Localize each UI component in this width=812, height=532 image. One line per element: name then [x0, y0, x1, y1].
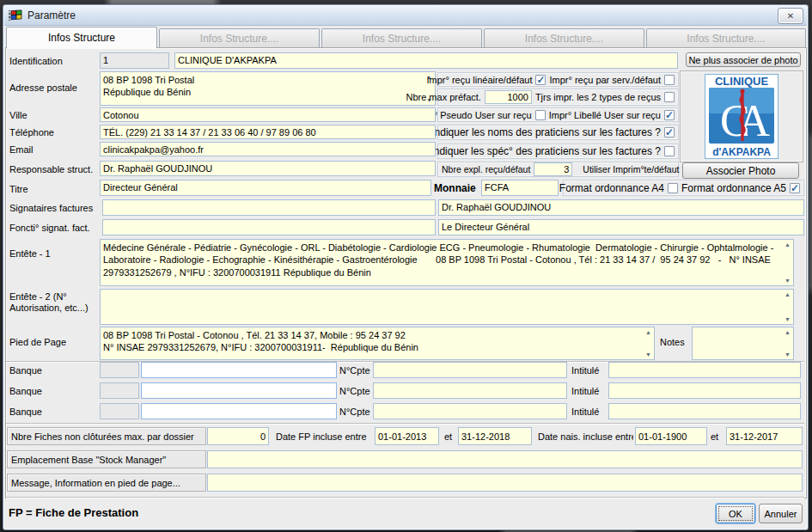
scroll-down-icon[interactable]: ▼ — [785, 278, 791, 284]
notes-label: Notes — [660, 337, 685, 348]
datefp-label-box: Date FP incluse entre — [272, 427, 374, 445]
monnaie-field[interactable]: FCFA — [481, 180, 559, 196]
scroll-up-icon[interactable]: ▲ — [645, 329, 651, 335]
banque-intitule-1[interactable] — [608, 362, 801, 378]
email-field[interactable]: clinicakpakpa@yahoo.fr — [100, 142, 436, 156]
banque-label-3: Banque — [9, 407, 42, 418]
print-default-row: Impr° reçu linéaire/défaut Impr° reçu pa… — [437, 72, 679, 87]
banque-ncpte-2[interactable] — [373, 382, 567, 399]
pied-scrollbar[interactable]: ▲▼ — [644, 329, 653, 358]
titre-field[interactable]: Directeur Général — [100, 180, 431, 196]
stock-label-box: Emplacement Base "Stock Manager" — [7, 450, 206, 468]
no-photo-button[interactable]: Ne plus associer de photo — [686, 52, 801, 67]
associer-photo-button[interactable]: Associer Photo — [682, 162, 799, 179]
banque-label-2: Banque — [9, 386, 42, 397]
banque-code-2[interactable] — [100, 382, 139, 399]
format-a4-label: Format ordonnance A4 — [559, 182, 664, 194]
banque-ncpte-1[interactable] — [373, 362, 567, 378]
nbre-expl-field[interactable]: 3 — [534, 162, 572, 176]
format-a5-checkbox[interactable] — [790, 183, 800, 193]
banque-code-1[interactable] — [100, 362, 139, 378]
user-print-row: Impr° Pseudo User sur reçu Impr° Libellé… — [437, 107, 679, 122]
ok-button-label: OK — [729, 509, 742, 519]
specs-praticiens-checkbox[interactable] — [664, 146, 675, 156]
photo-panel: CLINIQUE CA d'AKPAKPA — [680, 70, 803, 162]
responsable-field[interactable]: Dr. Raphaël GOUDJINOU — [100, 161, 436, 176]
notes-scrollbar[interactable]: ▲▼ — [783, 329, 792, 358]
stock-field[interactable] — [207, 450, 803, 468]
entete2-field[interactable]: ▲▼ — [100, 289, 794, 325]
tab-infos-structure-2[interactable]: Infos Structure.... — [159, 28, 320, 48]
tab-label: Infos Structure.... — [525, 33, 603, 45]
tjrs-checkbox[interactable] — [664, 92, 675, 102]
banque-name-1[interactable] — [141, 362, 337, 378]
pseudo-user-checkbox[interactable] — [535, 110, 546, 120]
banque-intitule-3[interactable] — [608, 403, 801, 419]
specs-praticiens-label: Indiquer les spéc° des praticiens sur le… — [430, 145, 661, 157]
message-label-box: Message, Information en pied de page... — [7, 474, 206, 492]
noms-praticiens-checkbox[interactable] — [664, 127, 675, 138]
datefp-to-field[interactable]: 31-12-2018 — [458, 427, 532, 445]
ncpte-label-3: N°Cpte — [339, 407, 370, 418]
impr-lineaire-checkbox[interactable] — [535, 75, 546, 85]
pied-value: 08 BP 1098 Tri Postal - Cotonou , Tél. 2… — [103, 330, 418, 352]
ncpte-label-1: N°Cpte — [339, 365, 370, 376]
app-window-icon — [8, 9, 22, 22]
banque-name-3[interactable] — [141, 403, 337, 419]
scroll-up-icon[interactable]: ▲ — [785, 291, 791, 297]
noms-praticiens-row: Indiquer les noms des praticiens sur les… — [437, 125, 679, 140]
scroll-up-icon[interactable]: ▲ — [785, 242, 791, 248]
libelle-user-checkbox[interactable] — [664, 110, 675, 120]
entete1-field[interactable]: Médecine Générale - Pédiatrie - Gynécolo… — [100, 239, 794, 286]
signataires-left-field[interactable] — [102, 199, 436, 216]
ville-field[interactable]: Cotonou — [100, 107, 436, 122]
signataires-right-field[interactable]: Dr. Raphaël GOUDJINOU — [438, 199, 804, 216]
entete2-scrollbar[interactable]: ▲▼ — [783, 291, 792, 322]
intitule-label-3: Intitulé — [571, 407, 599, 418]
pied-field[interactable]: 08 BP 1098 Tri Postal - Cotonou , Tél. 2… — [100, 327, 655, 360]
tab-infos-structure-3[interactable]: Infos Structure.... — [321, 28, 482, 48]
scroll-up-icon[interactable]: ▲ — [785, 329, 791, 335]
banque-label-1: Banque — [9, 365, 42, 376]
adresse-field[interactable]: 08 BP 1098 Tri Postal République du Béni… — [100, 71, 436, 106]
nbre-max-field[interactable]: 1000 — [485, 90, 532, 104]
intitule-label-2: Intitulé — [571, 386, 599, 397]
structure-name-field[interactable]: CLINIQUE D'AKPAKPA — [174, 52, 678, 69]
annuler-button[interactable]: Annuler — [759, 504, 803, 523]
fonction-left-field[interactable] — [102, 219, 436, 235]
close-icon: ✕ — [787, 11, 794, 21]
ok-button[interactable]: OK — [716, 504, 755, 523]
title-bar[interactable]: Paramètre ✕ — [4, 6, 807, 26]
banque-intitule-2[interactable] — [608, 382, 801, 399]
format-ordonnance-row: Format ordonnance A4 Format ordonnance A… — [563, 180, 804, 196]
fonction-right-field[interactable]: Le Directeur Général — [438, 219, 804, 235]
banque-name-2[interactable] — [141, 382, 337, 399]
datenais-from-field[interactable]: 01-01-1900 — [635, 427, 707, 445]
ncpte-label-2: N°Cpte — [339, 386, 370, 397]
scroll-down-icon[interactable]: ▼ — [785, 352, 791, 358]
datefp-from-field[interactable]: 01-01-2013 — [375, 427, 439, 445]
tab-infos-structure-4[interactable]: Infos Structure.... — [484, 28, 644, 48]
impr-serv-checkbox[interactable] — [664, 75, 675, 85]
datenais-to-field[interactable]: 31-12-2017 — [726, 427, 803, 445]
impr-lineaire-label: Impr° reçu linéaire/défaut — [426, 75, 532, 85]
datefp-label: Date FP incluse entre — [276, 431, 367, 442]
clinic-logo: CLINIQUE CA d'AKPAKPA — [705, 74, 778, 159]
entete1-label: Entête - 1 — [9, 248, 51, 260]
message-field[interactable] — [207, 474, 803, 492]
banque-ncpte-3[interactable] — [373, 403, 567, 419]
telephone-field[interactable]: TÉL. (229) 21 33 14 37 / 21 33 06 40 / 9… — [100, 125, 436, 139]
banque-code-3[interactable] — [100, 403, 139, 419]
fiches-field[interactable]: 0 — [207, 427, 269, 445]
tab-infos-structure-1[interactable]: Infos Structure — [6, 27, 157, 48]
tab-infos-structure-5[interactable]: Infos Structure.... — [646, 28, 806, 48]
entete1-scrollbar[interactable]: ▲▼ — [783, 242, 792, 284]
scroll-down-icon[interactable]: ▼ — [785, 316, 791, 322]
fonction-label: Foncti° signat. fact. — [9, 223, 90, 234]
identification-id-field[interactable]: 1 — [100, 52, 169, 69]
scroll-down-icon[interactable]: ▼ — [645, 352, 651, 358]
fp-note: FP = Fiche de Prestation — [9, 506, 138, 519]
format-a4-checkbox[interactable] — [668, 183, 678, 193]
close-button[interactable]: ✕ — [778, 8, 803, 24]
notes-field[interactable]: ▲▼ — [692, 327, 794, 360]
